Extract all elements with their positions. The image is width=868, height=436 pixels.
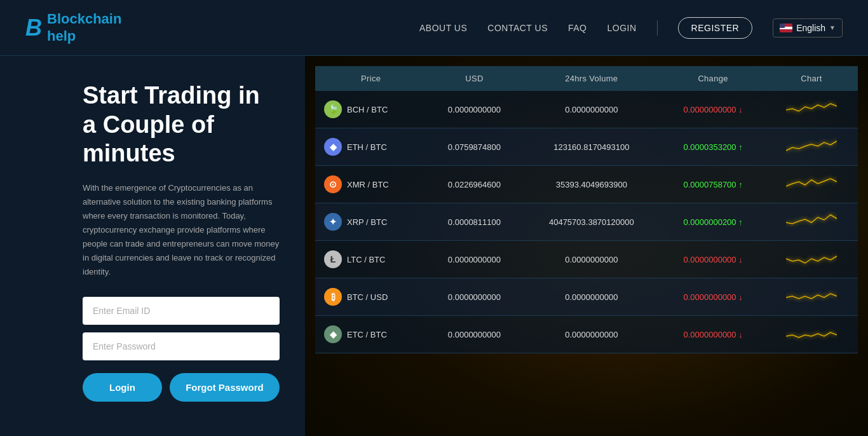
right-panel: Price USD 24hrs Volume Change Chart 🍃 BC… (305, 56, 868, 436)
change-cell: 0.0000000200 ↑ (661, 203, 765, 241)
crypto-table: Price USD 24hrs Volume Change Chart 🍃 BC… (315, 66, 858, 353)
table-row: ◆ ETH / BTC 0.0759874800 123160.81704931… (315, 128, 858, 166)
chart-cell (765, 316, 858, 353)
nav-about[interactable]: ABOUT US (419, 23, 467, 33)
change-cell: 0.0000353200 ↑ (661, 128, 765, 166)
chart-cell (765, 91, 858, 128)
coin-pair-cell: ◆ ETH / BTC (315, 128, 426, 166)
forgot-password-button[interactable]: Forgot Password (170, 373, 280, 402)
coin-icon: Ł (324, 250, 342, 268)
coin-pair-cell: ₿ BTC / USD (315, 278, 426, 316)
volume-cell: 123160.8170493100 (522, 128, 661, 166)
password-field[interactable] (83, 332, 280, 360)
coin-pair-label: BCH / BTC (347, 105, 388, 114)
sparkline-chart (786, 322, 837, 344)
nav-divider (657, 20, 658, 36)
change-cell: 0.0000000000 ↓ (661, 316, 765, 353)
register-button[interactable]: REGISTER (678, 17, 753, 39)
price-cell: 0.0000000000 (426, 241, 522, 278)
col-price: Price (315, 66, 426, 91)
coin-pair-label: XMR / BTC (347, 180, 389, 189)
coin-pair-cell: ⊙ XMR / BTC (315, 166, 426, 203)
coin-icon: 🍃 (324, 100, 342, 118)
price-cell: 0.0759874800 (426, 128, 522, 166)
volume-cell: 35393.4049693900 (522, 166, 661, 203)
coin-pair-cell: ◆ ETC / BTC (315, 316, 426, 353)
table-row: ⊙ XMR / BTC 0.0226964600 35393.404969390… (315, 166, 858, 203)
table-row: 🍃 BCH / BTC 0.0000000000 0.0000000000 0.… (315, 91, 858, 128)
main-content: Start Trading in a Couple of minutes Wit… (0, 56, 868, 436)
chevron-down-icon: ▼ (829, 24, 836, 31)
table-row: Ł LTC / BTC 0.0000000000 0.0000000000 0.… (315, 241, 858, 278)
sparkline-chart (786, 97, 837, 119)
email-field[interactable] (83, 297, 280, 325)
logo[interactable]: B Blockchain help (25, 11, 121, 44)
language-label: English (796, 23, 825, 33)
volume-cell: 0.0000000000 (522, 91, 661, 128)
sparkline-chart (786, 210, 837, 232)
nav-contact[interactable]: CONTACT US (487, 23, 548, 33)
flag-icon (780, 24, 792, 32)
crypto-table-container: Price USD 24hrs Volume Change Chart 🍃 BC… (315, 66, 858, 353)
col-usd: USD (426, 66, 522, 91)
price-cell: 0.0000811100 (426, 203, 522, 241)
nav-faq[interactable]: FAQ (568, 23, 587, 33)
coin-pair-cell: Ł LTC / BTC (315, 241, 426, 278)
col-volume: 24hrs Volume (522, 66, 661, 91)
volume-cell: 0.0000000000 (522, 278, 661, 316)
left-panel: Start Trading in a Couple of minutes Wit… (0, 56, 305, 436)
coin-pair-label: BTC / USD (347, 292, 388, 302)
change-cell: 0.0000000000 ↓ (661, 91, 765, 128)
hero-title: Start Trading in a Couple of minutes (83, 81, 280, 168)
coin-pair-label: ETH / BTC (347, 142, 387, 152)
main-nav: ABOUT US CONTACT US FAQ LOGIN REGISTER E… (419, 17, 843, 39)
nav-login[interactable]: LOGIN (607, 23, 637, 33)
coin-icon: ⊙ (324, 175, 342, 193)
price-cell: 0.0000000000 (426, 278, 522, 316)
change-cell: 0.0000758700 ↑ (661, 166, 765, 203)
volume-cell: 0.0000000000 (522, 241, 661, 278)
coin-icon: ◆ (324, 325, 342, 343)
coin-icon: ✦ (324, 213, 342, 231)
chart-cell (765, 241, 858, 278)
chart-cell (765, 203, 858, 241)
change-cell: 0.0000000000 ↓ (661, 241, 765, 278)
coin-icon: ₿ (324, 288, 342, 306)
table-row: ✦ XRP / BTC 0.0000811100 40475703.387012… (315, 203, 858, 241)
volume-cell: 0.0000000000 (522, 316, 661, 353)
form-buttons: Login Forgot Password (83, 373, 280, 402)
table-row: ◆ ETC / BTC 0.0000000000 0.0000000000 0.… (315, 316, 858, 353)
sparkline-chart (786, 247, 837, 269)
table-row: ₿ BTC / USD 0.0000000000 0.0000000000 0.… (315, 278, 858, 316)
coin-pair-cell: 🍃 BCH / BTC (315, 91, 426, 128)
hero-description: With the emergence of Cryptocurrencies a… (83, 181, 280, 280)
sparkline-chart (786, 135, 837, 157)
change-cell: 0.0000000000 ↓ (661, 278, 765, 316)
chart-cell (765, 166, 858, 203)
table-header-row: Price USD 24hrs Volume Change Chart (315, 66, 858, 91)
logo-icon: B (25, 17, 42, 39)
coin-pair-label: LTC / BTC (347, 255, 385, 264)
coin-icon: ◆ (324, 138, 342, 156)
logo-text: Blockchain help (47, 11, 121, 44)
header: B Blockchain help ABOUT US CONTACT US FA… (0, 0, 868, 56)
login-button[interactable]: Login (83, 373, 162, 402)
language-selector[interactable]: English ▼ (773, 18, 843, 37)
volume-cell: 40475703.3870120000 (522, 203, 661, 241)
coin-pair-label: XRP / BTC (347, 217, 387, 227)
sparkline-chart (786, 285, 837, 307)
chart-cell (765, 278, 858, 316)
col-change: Change (661, 66, 765, 91)
coin-pair-cell: ✦ XRP / BTC (315, 203, 426, 241)
sparkline-chart (786, 172, 837, 194)
price-cell: 0.0000000000 (426, 316, 522, 353)
col-chart: Chart (765, 66, 858, 91)
price-cell: 0.0000000000 (426, 91, 522, 128)
coin-pair-label: ETC / BTC (347, 330, 387, 339)
price-cell: 0.0226964600 (426, 166, 522, 203)
chart-cell (765, 128, 858, 166)
